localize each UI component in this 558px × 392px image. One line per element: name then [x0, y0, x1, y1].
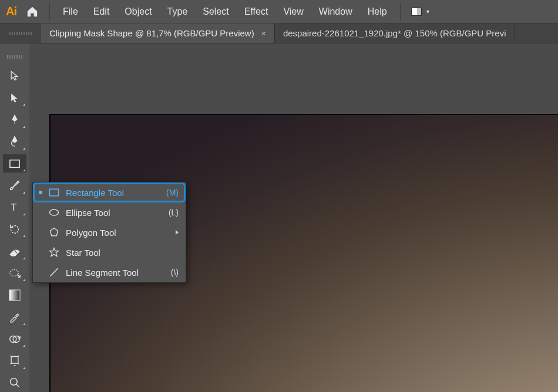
workspace-switcher[interactable]: ▾	[411, 8, 429, 16]
divider	[49, 4, 50, 20]
document-tab[interactable]: despaired-2261021_1920.jpg* @ 150% (RGB/…	[275, 23, 515, 43]
artboard-tool[interactable]	[3, 352, 26, 370]
svg-point-2	[10, 270, 19, 276]
svg-text:T: T	[11, 202, 16, 213]
shortcut-label: (M)	[166, 188, 179, 197]
flyout-indicator-icon	[23, 257, 25, 259]
flyout-indicator-icon	[23, 323, 25, 325]
flyout-indicator-icon	[23, 191, 25, 194]
home-icon[interactable]	[26, 6, 39, 18]
flyout-indicator-icon	[23, 213, 25, 215]
flyout-item-label: Star Tool	[66, 248, 179, 258]
svg-rect-6	[11, 356, 18, 363]
menu-window[interactable]: Window	[317, 4, 355, 19]
svg-rect-0	[10, 160, 19, 167]
menu-type[interactable]: Type	[165, 4, 190, 19]
flyout-item-label: Polygon Tool	[66, 228, 166, 238]
tools-panel: T	[0, 43, 29, 392]
flyout-item-rect[interactable]: Rectangle Tool(M)	[33, 183, 186, 202]
direct-selection-tool[interactable]	[3, 89, 26, 107]
flyout-item-line[interactable]: Line Segment Tool(\)	[33, 262, 186, 282]
flyout-indicator-icon	[23, 367, 25, 369]
zoom-tool[interactable]	[3, 374, 26, 392]
eraser-tool[interactable]	[3, 242, 26, 260]
flyout-indicator-icon	[23, 103, 25, 106]
flyout-item-label: Ellipse Tool	[66, 208, 163, 218]
curvature-tool[interactable]	[3, 133, 26, 151]
shortcut-label: (L)	[169, 208, 179, 217]
rect-icon	[48, 187, 60, 198]
svg-rect-8	[50, 189, 59, 196]
line-icon	[48, 266, 60, 278]
eyedropper-tool[interactable]	[3, 307, 26, 326]
flyout-item-star[interactable]: Star Tool	[33, 242, 186, 262]
svg-point-7	[11, 379, 18, 386]
shape-tools-flyout: Rectangle Tool(M)Ellipse Tool(L)Polygon …	[32, 182, 186, 283]
flyout-indicator-icon	[23, 147, 25, 150]
divider	[400, 4, 401, 20]
selected-indicator-icon	[39, 191, 42, 194]
rectangle-tool[interactable]	[3, 154, 26, 173]
ellipse-icon	[48, 207, 60, 218]
workspace-icon	[411, 8, 422, 16]
tab-grip[interactable]	[0, 23, 41, 43]
rotate-tool[interactable]	[3, 220, 26, 238]
menu-help[interactable]: Help	[365, 4, 389, 19]
tab-title: despaired-2261021_1920.jpg* @ 150% (RGB/…	[283, 28, 506, 38]
flyout-item-label: Rectangle Tool	[66, 188, 160, 198]
flyout-indicator-icon	[23, 235, 25, 237]
flyout-indicator-icon	[23, 344, 25, 347]
menu-edit[interactable]: Edit	[91, 4, 112, 19]
pen-tool[interactable]	[3, 110, 26, 129]
submenu-arrow-icon	[176, 230, 179, 235]
polygon-icon	[48, 227, 60, 238]
flyout-item-label: Line Segment Tool	[66, 268, 165, 278]
app-logo: Ai	[6, 5, 16, 18]
toolbar-grip[interactable]	[7, 55, 22, 59]
flyout-item-ellipse[interactable]: Ellipse Tool(L)	[33, 202, 186, 222]
selection-tool[interactable]	[3, 67, 26, 85]
menu-bar: Ai FileEditObjectTypeSelectEffectViewWin…	[0, 0, 558, 23]
shape-builder-tool[interactable]	[3, 330, 26, 348]
type-tool[interactable]: T	[3, 198, 26, 217]
document-tab[interactable]: Clipping Mask Shape @ 81,7% (RGB/GPU Pre…	[41, 23, 275, 43]
close-icon[interactable]: ×	[261, 29, 266, 38]
svg-rect-3	[9, 290, 20, 300]
flyout-item-polygon[interactable]: Polygon Tool	[33, 222, 186, 242]
menu-object[interactable]: Object	[122, 4, 154, 19]
flyout-indicator-icon	[23, 279, 25, 281]
paintbrush-tool[interactable]	[3, 176, 26, 194]
menu-file[interactable]: File	[60, 4, 80, 19]
document-tabs: Clipping Mask Shape @ 81,7% (RGB/GPU Pre…	[0, 23, 558, 43]
svg-point-9	[50, 209, 59, 215]
menu-select[interactable]: Select	[200, 4, 231, 19]
shortcut-label: (\)	[171, 268, 179, 277]
chevron-down-icon: ▾	[426, 8, 429, 15]
tab-title: Clipping Mask Shape @ 81,7% (RGB/GPU Pre…	[49, 28, 254, 38]
menu-effect[interactable]: Effect	[242, 4, 271, 19]
menu-view[interactable]: View	[281, 4, 305, 19]
flyout-indicator-icon	[23, 169, 25, 171]
scale-tool[interactable]	[3, 264, 26, 282]
star-icon	[48, 246, 60, 258]
gradient-tool[interactable]	[3, 286, 26, 304]
flyout-indicator-icon	[23, 126, 25, 128]
